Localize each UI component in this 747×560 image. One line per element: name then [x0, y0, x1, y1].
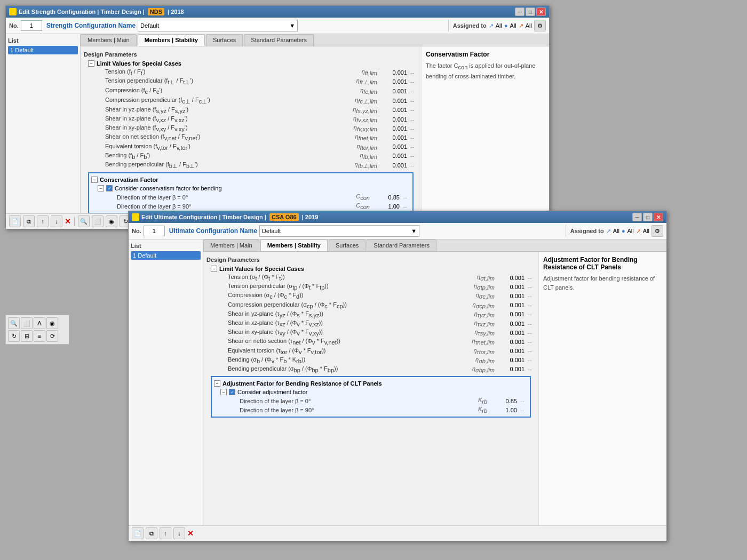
tab-members-main-2[interactable]: Members | Main: [203, 239, 259, 251]
delete-btn-2[interactable]: ✕: [187, 529, 194, 538]
side-tool-5[interactable]: ↻: [8, 330, 20, 342]
adj-factor-box: − Adjustment Factor for Bending Resistan…: [211, 376, 531, 418]
element-btn-1[interactable]: ⬜: [92, 215, 104, 227]
assigned-settings-btn-2[interactable]: ⚙: [651, 225, 663, 237]
name-label-1: Strength Configuration Name: [46, 22, 136, 29]
side-tool-7[interactable]: ≡: [34, 330, 45, 342]
tab-standard-params-2[interactable]: Standard Parameters: [367, 239, 436, 251]
name-combo-2[interactable]: Default ▼: [259, 225, 419, 237]
assigned-all-3[interactable]: All: [526, 22, 532, 29]
limit-values-section-2: − Limit Values for Special Cases Tension…: [211, 265, 535, 374]
consider-checkbox[interactable]: ✓: [106, 185, 113, 191]
assigned-icon-5: ●: [622, 228, 625, 234]
info-title-1: Conservatism Factor: [426, 51, 545, 58]
design-params-2: Design Parameters − Limit Values for Spe…: [203, 252, 538, 525]
list-item-default-2[interactable]: 1 Default: [131, 251, 201, 260]
info-title-2: Adjustment Factor for Bending Resistance…: [543, 256, 662, 271]
window-body-1: No. 1 Strength Configuration Name Defaul…: [6, 18, 549, 229]
consider-adj-checkbox[interactable]: ✓: [229, 389, 235, 395]
list-item-default-1[interactable]: 1 Default: [8, 46, 78, 54]
tab-members-stability-2[interactable]: Members | Stability: [260, 239, 328, 251]
expand-conservatism[interactable]: −: [91, 177, 98, 183]
copy-btn-2[interactable]: ⧉: [146, 527, 157, 539]
param-row-shear-net-1: Shear on net section (fv,net / Fv,net') …: [94, 133, 418, 142]
copy-btn-1[interactable]: ⧉: [23, 215, 35, 227]
content-area-1: Design Parameters − Limit Values for Spe…: [81, 46, 549, 213]
tab-surfaces-2[interactable]: Surfaces: [329, 239, 365, 251]
assigned-all-5[interactable]: All: [627, 228, 634, 234]
list-header-2: List: [131, 242, 201, 250]
assigned-icon-4: ↗: [606, 228, 611, 235]
new-btn-2[interactable]: 📄: [132, 527, 144, 539]
move-down-btn-1[interactable]: ↓: [51, 215, 62, 227]
name-combo-1[interactable]: Default ▼: [138, 20, 298, 31]
search-btn-1[interactable]: 🔍: [78, 215, 90, 227]
tab-members-stability-1[interactable]: Members | Stability: [138, 34, 205, 46]
assigned-all-6[interactable]: All: [643, 228, 649, 234]
tab-bar-2: Members | Main Members | Stability Surfa…: [203, 239, 666, 252]
side-tool-8[interactable]: ⟳: [46, 330, 58, 342]
expand-consider[interactable]: −: [98, 185, 104, 191]
assigned-all-2[interactable]: All: [510, 22, 516, 29]
app-icon-2: [132, 213, 139, 221]
param-row-comp-perp-2: Compression perpendicular (σcp / (Φc * F…: [217, 301, 535, 310]
params-table-2: Tension (σt / (Φt * Ft)) ησt,lim 0.001 -…: [217, 273, 535, 374]
info-text-2: Adjustment factor for bending resistance…: [543, 274, 662, 292]
side-tool-6[interactable]: ⊞: [21, 330, 33, 342]
consider-checkbox-row: − ✓ Consider conservatism factor for ben…: [98, 184, 410, 193]
assigned-all-4[interactable]: All: [613, 228, 619, 234]
tab-standard-params-1[interactable]: Standard Parameters: [244, 34, 314, 46]
maximize-button-1[interactable]: □: [526, 7, 535, 16]
node-btn-1[interactable]: ◉: [106, 215, 117, 227]
tab-surfaces-1[interactable]: Surfaces: [206, 34, 243, 46]
delete-btn-1[interactable]: ✕: [65, 217, 71, 226]
move-up-btn-1[interactable]: ↑: [37, 215, 49, 227]
param-row-shear-xz-1: Shear in xz-plane (fv,xz / Fv,xz') ηfv,x…: [94, 115, 418, 124]
tab-members-main-1[interactable]: Members | Main: [81, 34, 137, 46]
minimize-button-1[interactable]: ─: [515, 7, 525, 16]
list-header-1: List: [8, 36, 78, 45]
move-up-btn-2[interactable]: ↑: [160, 527, 171, 539]
layer-90-row: Direction of the layer β = 90° Ccon 1.00…: [113, 202, 410, 211]
close-button-2[interactable]: ✕: [654, 213, 663, 221]
layer-0-row-2: Direction of the layer β = 0° Krb 0.85 -…: [235, 396, 528, 405]
layer-0-row: Direction of the layer β = 0° Ccon 0.85 …: [113, 193, 410, 202]
window-controls-1: ─ □ ✕: [515, 7, 546, 16]
window-title-1: Edit Strength Configuration | Timber Des…: [19, 9, 515, 15]
param-row-tension-1: Tension (ft / Ft') ηft,lim 0.001 --: [94, 68, 418, 77]
new-btn-1[interactable]: 📄: [9, 215, 21, 227]
dropdown-arrow-1: ▼: [289, 22, 295, 29]
limit-values-label-2: Limit Values for Special Cases: [219, 266, 304, 272]
tab-bar-1: Members | Main Members | Stability Surfa…: [81, 34, 549, 46]
layer-90-row-2: Direction of the layer β = 90° Krb 1.00 …: [235, 405, 528, 414]
name-label-2: Ultimate Configuration Name: [169, 227, 257, 235]
side-tool-1[interactable]: 🔍: [8, 317, 20, 329]
minimize-button-2[interactable]: ─: [632, 213, 642, 221]
consider-adj-checkbox-row: − ✓ Consider adjustment factor: [220, 388, 528, 396]
limit-values-label-1: Limit Values for Special Cases: [97, 60, 181, 67]
param-row-tension-perp-1: Tension perpendicular (ft⊥ / Ft⊥') ηft⊥,…: [94, 77, 418, 86]
assigned-settings-btn[interactable]: ⚙: [534, 20, 546, 31]
expand-limit-2[interactable]: −: [211, 266, 217, 272]
side-tool-3[interactable]: A: [34, 317, 45, 329]
no-field-2: 1: [144, 226, 165, 236]
adj-factor-label: Adjustment Factor for Bending Resistance…: [222, 380, 382, 387]
consider-label: Consider conservatism factor for bending: [115, 185, 222, 191]
window-controls-2: ─ □ ✕: [632, 213, 663, 221]
expand-limit-1[interactable]: −: [88, 60, 94, 67]
expand-adj-factor[interactable]: −: [214, 380, 220, 387]
side-tool-2[interactable]: ⬜: [21, 317, 33, 329]
param-row-bending-2: Bending (σb / (Φv * Fb * Krb)) ησb,lim 0…: [217, 356, 535, 365]
move-down-btn-2[interactable]: ↓: [173, 527, 185, 539]
window-title-2: Edit Ultimate Configuration | Timber Des…: [141, 214, 632, 220]
side-tool-4[interactable]: ◉: [46, 317, 58, 329]
expand-consider-adj[interactable]: −: [220, 389, 227, 395]
param-row-comp-perp-1: Compression perpendicular (fc⊥ / Fc⊥') η…: [94, 96, 418, 106]
param-row-shear-net-2: Shear on netto section (τnet / (Φv * Fv,…: [217, 337, 535, 346]
standard-highlight-2: CSA O86: [269, 213, 299, 221]
close-button-1[interactable]: ✕: [536, 7, 546, 16]
maximize-button-2[interactable]: □: [643, 213, 653, 221]
param-row-bending-perp-1: Bending perpendicular (fb⊥ / Fb⊥') ηfb⊥,…: [94, 161, 418, 170]
assigned-all-1[interactable]: All: [496, 22, 502, 29]
title-bar-2: Edit Ultimate Configuration | Timber Des…: [129, 211, 666, 223]
